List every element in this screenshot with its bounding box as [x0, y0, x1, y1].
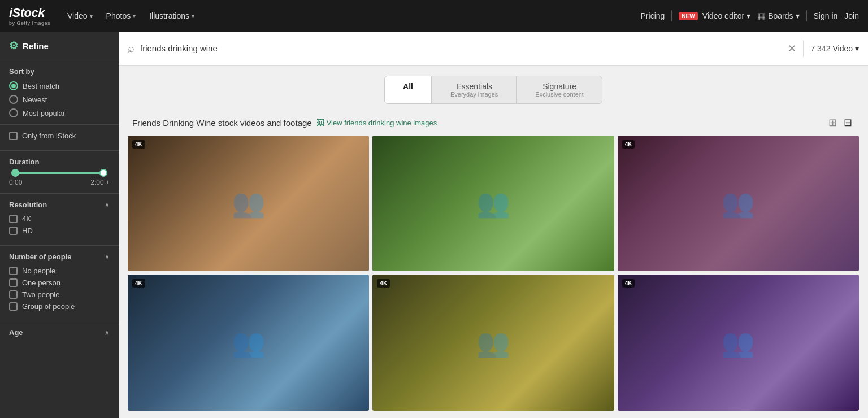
- search-divider: [803, 40, 804, 57]
- resolution-hd[interactable]: HD: [9, 227, 110, 235]
- main-layout: ⚙ Refine Sort by Best match Newest: [0, 32, 868, 418]
- age-header[interactable]: Age ∧: [9, 328, 110, 337]
- only-istock-checkbox[interactable]: Only from iStock: [9, 132, 110, 140]
- resolution-options: 4K HD: [9, 215, 110, 235]
- sidebar: ⚙ Refine Sort by Best match Newest: [0, 32, 119, 418]
- video-badge: 4K: [132, 140, 145, 149]
- results-title: Friends Drinking Wine stock videos and f…: [132, 118, 312, 128]
- chevron-down-icon: ▾: [90, 13, 93, 19]
- two-people[interactable]: Two people: [9, 290, 110, 299]
- checkbox-only-istock: [9, 132, 18, 140]
- signin-button[interactable]: Sign in: [814, 11, 838, 20]
- tab-all[interactable]: All: [384, 76, 432, 104]
- refine-icon: ⚙: [9, 40, 18, 52]
- video-badge: 4K: [622, 279, 635, 288]
- sort-options: Best match Newest Most popular: [9, 81, 110, 117]
- nav-photos[interactable]: Photos ▾: [101, 8, 142, 24]
- filter-tabs: All Essentials Everyday images Signature…: [119, 66, 868, 111]
- people-header[interactable]: Number of people ∧: [9, 252, 110, 261]
- chevron-down-icon: ▾: [796, 11, 800, 20]
- grid-layout-button[interactable]: ⊞: [826, 115, 839, 130]
- search-input[interactable]: [140, 43, 788, 53]
- checkbox-one-person: [9, 278, 18, 287]
- video-grid: 👥 4K 👥 👥 4K 👥 4K 👥 4K 👥 4K: [119, 136, 868, 418]
- checkbox-hd: [9, 227, 18, 235]
- thumb-decoration: 👥: [618, 275, 859, 410]
- result-count: 7 342: [810, 44, 830, 53]
- video-badge: 4K: [377, 279, 390, 288]
- checkbox-two-people: [9, 290, 18, 299]
- join-button[interactable]: Join: [844, 11, 859, 20]
- pricing-link[interactable]: Pricing: [641, 11, 665, 20]
- logo-main: iStock: [9, 6, 50, 20]
- divider: [806, 10, 807, 21]
- thumb-decoration: 👥: [618, 136, 859, 271]
- radio-inner: [11, 84, 16, 88]
- divider: [671, 10, 672, 21]
- sort-newest[interactable]: Newest: [9, 95, 110, 104]
- slider-thumb-right[interactable]: [99, 169, 107, 177]
- compact-layout-button[interactable]: ⊟: [841, 115, 854, 130]
- checkbox-no-people: [9, 267, 18, 275]
- people-options: No people One person Two people Group of…: [9, 267, 110, 311]
- search-bar: ⌕ ✕ 7 342 Video ▾: [119, 32, 868, 66]
- chevron-down-icon: ▾: [192, 13, 194, 19]
- video-card[interactable]: 👥 4K: [372, 275, 614, 410]
- sort-by-section: Sort by Best match Newest Most popular: [0, 60, 119, 124]
- group-of-people[interactable]: Group of people: [9, 302, 110, 311]
- video-card[interactable]: 👥 4K: [618, 136, 859, 271]
- video-card[interactable]: 👥 4K: [128, 275, 369, 410]
- tab-essentials[interactable]: Essentials Everyday images: [432, 76, 517, 104]
- video-badge: 4K: [622, 140, 635, 149]
- radio-best-match: [9, 81, 18, 90]
- sort-best-match[interactable]: Best match: [9, 81, 110, 90]
- content-area: ⌕ ✕ 7 342 Video ▾ All Essentials Everyda…: [119, 32, 868, 418]
- sort-most-popular[interactable]: Most popular: [9, 108, 110, 117]
- chevron-up-icon: ∧: [105, 253, 110, 261]
- refine-button[interactable]: ⚙ Refine: [0, 40, 119, 60]
- sort-by-label: Sort by: [9, 67, 110, 76]
- media-type-dropdown[interactable]: Video ▾: [832, 44, 859, 53]
- resolution-4k[interactable]: 4K: [9, 215, 110, 223]
- chevron-down-icon: ▾: [133, 13, 136, 19]
- thumb-decoration: 👥: [128, 136, 369, 271]
- no-people[interactable]: No people: [9, 267, 110, 275]
- results-header-left: Friends Drinking Wine stock videos and f…: [132, 118, 437, 128]
- nav-video[interactable]: Video ▾: [62, 8, 98, 24]
- slider-fill: [11, 172, 107, 174]
- clear-search-button[interactable]: ✕: [788, 42, 796, 55]
- logo: iStock by Getty Images: [9, 6, 50, 26]
- boards-icon: ▦: [757, 11, 766, 21]
- video-card[interactable]: 👥: [372, 136, 614, 271]
- video-card[interactable]: 👥 4K: [128, 136, 369, 271]
- number-of-people-label: Number of people: [9, 252, 72, 261]
- nav-illustrations[interactable]: Illustrations ▾: [144, 8, 200, 24]
- tab-signature[interactable]: Signature Exclusive content: [517, 76, 602, 104]
- topnav-right: Pricing NEW Video editor ▾ ▦ Boards ▾ Si…: [641, 10, 859, 21]
- top-navigation: iStock by Getty Images Video ▾ Photos ▾ …: [0, 0, 868, 32]
- thumb-decoration: 👥: [372, 136, 614, 271]
- view-images-link[interactable]: 🖼 View friends drinking wine images: [316, 118, 437, 127]
- thumb-decoration: 👥: [128, 275, 369, 410]
- image-icon: 🖼: [316, 118, 324, 127]
- video-card[interactable]: 👥 4K: [618, 275, 859, 410]
- duration-range: 0:00 2:00 +: [9, 178, 110, 186]
- radio-most-popular: [9, 108, 18, 117]
- duration-label: Duration: [9, 158, 110, 166]
- checkbox-4k: [9, 215, 18, 223]
- age-label: Age: [9, 328, 23, 337]
- boards-button[interactable]: ▦ Boards ▾: [757, 11, 799, 21]
- duration-slider-track[interactable]: [11, 172, 107, 174]
- video-editor-button[interactable]: NEW Video editor ▾: [679, 11, 750, 20]
- resolution-header[interactable]: Resolution ∧: [9, 201, 110, 209]
- video-badge: 4K: [132, 279, 145, 288]
- duration-section: Duration 0:00 2:00 +: [0, 150, 119, 193]
- slider-thumb-left[interactable]: [11, 169, 19, 177]
- only-istock-section: Only from iStock: [0, 124, 119, 150]
- chevron-up-icon: ∧: [105, 329, 110, 337]
- chevron-up-icon: ∧: [105, 201, 110, 209]
- one-person[interactable]: One person: [9, 278, 110, 287]
- resolution-label: Resolution: [9, 201, 47, 209]
- logo-sub: by Getty Images: [9, 20, 50, 26]
- radio-newest: [9, 95, 18, 104]
